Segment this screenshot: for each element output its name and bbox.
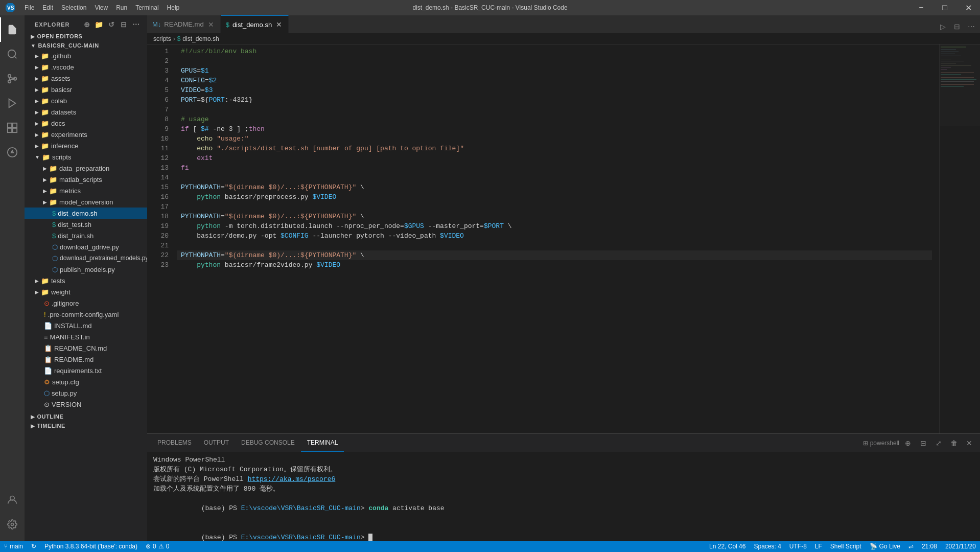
go-live-status[interactable]: 📡 Go Live xyxy=(866,541,904,552)
tab-readme[interactable]: M↓ README.md ✕ xyxy=(147,15,221,33)
maximize-button[interactable]: □ xyxy=(933,0,956,15)
run-debug-activity-icon[interactable] xyxy=(0,91,25,116)
weight-arrow: ▶ xyxy=(35,289,39,295)
close-terminal-button[interactable]: ✕ xyxy=(963,436,976,450)
source-control-activity-icon[interactable] xyxy=(0,66,25,91)
tree-item-tests[interactable]: ▶ 📁 tests xyxy=(25,275,147,286)
tree-item-download-pretrained[interactable]: ⬡ download_pretrained_models.py xyxy=(25,252,147,264)
tree-item-metrics[interactable]: ▶ 📁 metrics xyxy=(25,185,147,196)
tree-item-basicsr[interactable]: ▶ 📁 basicsr xyxy=(25,84,147,95)
ln-col-status[interactable]: Ln 22, Col 46 xyxy=(705,541,750,552)
tree-item-experiments[interactable]: ▶ 📁 experiments xyxy=(25,129,147,140)
language-status[interactable]: Shell Script xyxy=(826,541,866,552)
trash-terminal-button[interactable]: 🗑 xyxy=(947,436,961,450)
tree-item-requirements[interactable]: 📄 requirements.txt xyxy=(25,365,147,376)
more-actions-icon[interactable]: ⋯ xyxy=(131,19,141,30)
collapse-all-icon[interactable]: ⊟ xyxy=(119,19,129,30)
menu-edit[interactable]: Edit xyxy=(38,0,57,15)
tree-item-data-preparation[interactable]: ▶ 📁 data_preparation xyxy=(25,163,147,174)
tree-item-weight[interactable]: ▶ 📁 weight xyxy=(25,286,147,297)
split-editor-button[interactable]: ⊟ xyxy=(950,20,964,33)
code-area[interactable]: #!/usr/bin/env bash GPUS=$1 CONFIG=$2 VI… xyxy=(173,44,932,433)
tree-item-assets[interactable]: ▶ 📁 assets xyxy=(25,73,147,84)
menu-file[interactable]: File xyxy=(20,0,38,15)
tree-label: VERSION xyxy=(52,401,82,408)
tree-item-setup-cfg[interactable]: ⚙ setup.cfg xyxy=(25,376,147,387)
tree-item-vscode[interactable]: ▶ 📁 .vscode xyxy=(25,61,147,73)
settings-activity-icon[interactable] xyxy=(0,512,25,537)
tree-item-publish-models[interactable]: ⬡ publish_models.py xyxy=(25,264,147,275)
split-terminal-button[interactable]: ⊟ xyxy=(917,436,930,450)
tab-output[interactable]: OUTPUT xyxy=(198,434,235,452)
tree-item-readme[interactable]: 📋 README.md xyxy=(25,354,147,365)
ai-activity-icon[interactable] xyxy=(0,140,25,165)
close-button[interactable]: ✕ xyxy=(956,0,980,15)
tree-item-github[interactable]: ▶ 📁 .github xyxy=(25,50,147,61)
minimize-button[interactable]: − xyxy=(909,0,933,15)
tree-item-colab[interactable]: ▶ 📁 colab xyxy=(25,95,147,106)
breadcrumb-file[interactable]: dist_demo.sh xyxy=(182,35,219,42)
tab-debug-console[interactable]: DEBUG CONSOLE xyxy=(235,434,301,452)
python-status[interactable]: Python 3.8.3 64-bit ('base': conda) xyxy=(40,541,142,552)
svg-point-3 xyxy=(8,75,11,78)
dist-demo-tab-close[interactable]: ✕ xyxy=(275,20,283,29)
timeline-section[interactable]: ▶ TIMELINE xyxy=(25,421,147,430)
search-activity-icon[interactable] xyxy=(0,42,25,66)
tree-item-matlab-scripts[interactable]: ▶ 📁 matlab_scripts xyxy=(25,174,147,185)
more-actions-editor-button[interactable]: ⋯ xyxy=(965,20,978,33)
tree-item-version[interactable]: ⊙ VERSION xyxy=(25,399,147,410)
tree-item-datasets[interactable]: ▶ 📁 datasets xyxy=(25,106,147,118)
tree-item-pre-commit[interactable]: ! .pre-commit-config.yaml xyxy=(25,309,147,320)
tree-item-readme-cn[interactable]: 📋 README_CN.md xyxy=(25,342,147,354)
tab-terminal[interactable]: TERMINAL xyxy=(301,434,344,452)
refresh-icon[interactable]: ↺ xyxy=(106,19,116,30)
new-file-icon[interactable]: ⊕ xyxy=(82,19,92,30)
menu-help[interactable]: Help xyxy=(163,0,184,15)
tree-label: dist_demo.sh xyxy=(58,210,97,217)
account-activity-icon[interactable] xyxy=(0,488,25,512)
tree-item-dist-test[interactable]: $ dist_test.sh xyxy=(25,219,147,230)
tree-item-model-conversion[interactable]: ▶ 📁 model_conversion xyxy=(25,196,147,208)
tree-item-docs[interactable]: ▶ 📁 docs xyxy=(25,118,147,129)
branch-status[interactable]: ⑂ main xyxy=(0,541,27,552)
tree-item-manifest[interactable]: ≡ MANIFEST.in xyxy=(25,331,147,342)
spaces-status[interactable]: Spaces: 4 xyxy=(750,541,785,552)
menu-run[interactable]: Run xyxy=(112,0,131,15)
tree-item-dist-train[interactable]: $ dist_train.sh xyxy=(25,230,147,241)
run-file-button[interactable]: ▷ xyxy=(936,20,949,33)
workspace-label: BASICSR_CUC-MAIN xyxy=(38,42,99,49)
svg-rect-13 xyxy=(13,128,17,132)
tree-item-download-gdrive[interactable]: ⬡ download_gdrive.py xyxy=(25,241,147,252)
tree-item-install[interactable]: 📄 INSTALL.md xyxy=(25,320,147,331)
errors-status[interactable]: ⊗ 0 ⚠ 0 xyxy=(142,541,173,552)
maximize-terminal-button[interactable]: ⤢ xyxy=(932,436,945,450)
sync-status[interactable]: ↻ xyxy=(27,541,40,552)
tree-item-setup-py[interactable]: ⬡ setup.py xyxy=(25,387,147,399)
breadcrumb-scripts[interactable]: scripts xyxy=(153,35,171,42)
tree-item-scripts[interactable]: ▼ 📁 scripts xyxy=(25,151,147,163)
tab-dist-demo[interactable]: $ dist_demo.sh ✕ xyxy=(221,15,289,33)
tree-item-gitignore[interactable]: ⊙ .gitignore xyxy=(25,297,147,309)
add-terminal-button[interactable]: ⊕ xyxy=(901,436,915,450)
workspace-section[interactable]: ▼ BASICSR_CUC-MAIN xyxy=(25,41,147,50)
open-editors-section[interactable]: ▶ OPEN EDITORS xyxy=(25,32,147,41)
explorer-activity-icon[interactable] xyxy=(0,17,25,42)
extensions-activity-icon[interactable] xyxy=(0,116,25,140)
outline-section[interactable]: ▶ OUTLINE xyxy=(25,412,147,421)
new-folder-icon[interactable]: 📁 xyxy=(94,19,104,30)
menu-selection[interactable]: Selection xyxy=(57,0,90,15)
terminal-content[interactable]: Windows PowerShell 版权所有 (C) Microsoft Co… xyxy=(147,452,980,541)
encoding-status[interactable]: UTF-8 xyxy=(785,541,811,552)
tree-item-inference[interactable]: ▶ 📁 inference xyxy=(25,140,147,151)
scrollbar[interactable] xyxy=(932,44,939,433)
readme-tab-close[interactable]: ✕ xyxy=(207,20,215,29)
tree-item-dist-demo[interactable]: $ dist_demo.sh xyxy=(25,208,147,219)
line-ending-status[interactable]: LF xyxy=(811,541,826,552)
menu-terminal[interactable]: Terminal xyxy=(131,0,162,15)
code-line-8: # usage xyxy=(177,114,932,124)
tab-problems[interactable]: PROBLEMS xyxy=(151,434,198,452)
status-bar-right: Ln 22, Col 46 Spaces: 4 UTF-8 LF Shell S… xyxy=(705,541,980,552)
menu-view[interactable]: View xyxy=(90,0,112,15)
editor[interactable]: 12345 678910 1112131415 1617181920 21222… xyxy=(147,44,980,433)
remote-status[interactable]: ⇌ xyxy=(904,541,918,552)
